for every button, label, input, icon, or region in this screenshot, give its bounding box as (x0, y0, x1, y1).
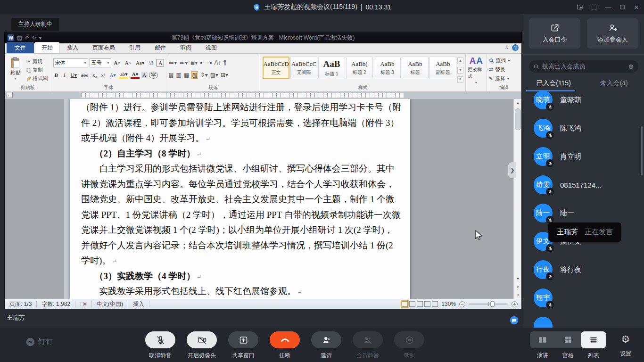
superscript-button[interactable]: x² (100, 72, 107, 78)
style-card-0[interactable]: AaBbCcD正文 (263, 57, 289, 79)
zoom-out-icon[interactable]: − (459, 301, 465, 307)
style-card-6[interactable]: AaBb副标题 (429, 57, 456, 79)
copy-button[interactable]: 复制 (26, 66, 48, 74)
highlight-button[interactable]: ab▾ (119, 71, 129, 79)
speaker-view-icon[interactable] (530, 331, 555, 348)
word-tab-4[interactable]: 引用 (123, 42, 147, 53)
word-tab-3[interactable]: 页面布局 (86, 42, 122, 53)
close-icon[interactable]: ✕ (633, 3, 640, 11)
maximize-icon[interactable] (619, 3, 626, 11)
member-row[interactable]: 飞鸿陈飞鸿 (523, 114, 644, 142)
word-tab-5[interactable]: 邮件 (148, 42, 173, 53)
change-case-button[interactable]: Aa▾ (134, 59, 146, 66)
control-mic-off[interactable]: 取消静音 (140, 331, 181, 360)
change-styles-button[interactable]: AA 更改样式 ▾ (466, 54, 487, 91)
invite-icon[interactable] (311, 331, 341, 348)
member-row[interactable]: 行夜将行夜 (523, 255, 644, 284)
scroll-up-icon[interactable]: ▲ (514, 99, 521, 107)
control-share-window[interactable]: 共享窗口 (223, 331, 264, 360)
word-tab-0[interactable]: 文件 (7, 42, 34, 53)
view-2[interactable]: 列表 (581, 331, 606, 360)
member-row[interactable]: 翔宇 (523, 284, 644, 312)
subscript-button[interactable]: x₂ (91, 72, 98, 78)
zoom-slider[interactable] (469, 304, 508, 304)
pip-icon[interactable] (576, 3, 584, 11)
chat-bubble-icon[interactable] (510, 316, 519, 325)
borders-icon[interactable]: ⊞▾ (221, 72, 228, 78)
add-participant-button[interactable]: 添加参会人 (587, 18, 638, 49)
style-card-4[interactable]: AaBb标题 3 (374, 57, 401, 79)
draft-view-icon[interactable] (432, 301, 438, 307)
view-0[interactable]: 演讲 (530, 331, 555, 360)
sort-icon[interactable]: A↓ (214, 59, 221, 66)
select-button[interactable]: ⇖选择▾ (489, 75, 520, 82)
clear-search-icon[interactable] (628, 64, 634, 70)
format-painter-button[interactable]: 格式刷 (26, 75, 48, 82)
meeting-code-button[interactable]: 入会口令 (529, 18, 580, 49)
word-count[interactable]: 字数: 1,982 (37, 301, 75, 307)
save-icon[interactable]: ▤ (17, 35, 22, 41)
sidebar-collapse-handle[interactable]: ❯ (508, 162, 516, 178)
control-camera-off[interactable]: 开启摄像头 (181, 331, 223, 360)
word-tab-2[interactable]: 插入 (60, 42, 85, 53)
sidebar-scrollbar[interactable] (641, 126, 643, 175)
language-indicator[interactable]: 中文(中国) (92, 301, 128, 307)
control-hang-up[interactable]: 挂断 (264, 331, 305, 360)
word-tab-6[interactable]: 审阅 (173, 42, 198, 53)
member-row[interactable]: 立明肖立明 (523, 142, 644, 171)
zoom-in-icon[interactable]: + (512, 301, 518, 307)
undo-icon[interactable]: ↶ (25, 35, 29, 41)
print-layout-icon[interactable] (402, 301, 408, 307)
word-tab-7[interactable]: 视图 (199, 42, 223, 53)
view-mode-icons[interactable] (402, 301, 438, 307)
fullscreen-icon[interactable] (590, 3, 598, 11)
line-spacing-icon[interactable]: ⇕▾ (200, 72, 208, 78)
minimize-icon[interactable]: — (604, 3, 612, 11)
next-page-icon[interactable]: ›› (514, 291, 521, 299)
style-card-1[interactable]: AaBbCcC无间隔 (290, 57, 317, 79)
word-scrollbar[interactable]: ▲ ▼ ‹‹ ›› (513, 99, 521, 299)
font-size-combo[interactable]: 五号▾ (90, 58, 111, 67)
font-color-button[interactable]: A▾ (131, 71, 140, 79)
scroll-thumb[interactable] (515, 108, 521, 130)
view-1[interactable]: 宫格 (555, 331, 581, 360)
tab-selector[interactable]: ⌐ (7, 92, 13, 98)
qat-dropdown-icon[interactable]: ▾ (39, 35, 42, 41)
share-window-icon[interactable] (228, 331, 258, 348)
italic-button[interactable]: I (61, 72, 68, 78)
document-page[interactable]: （附件 1）进行。参训学员需登陆上述网站进行注册，登录后使用学习卡卡号（附件 2… (70, 99, 410, 299)
find-button[interactable]: 查找▾ (489, 57, 520, 64)
align-center-icon[interactable]: ▥ (176, 72, 182, 78)
mic-off-icon[interactable] (145, 331, 175, 348)
phonetic-guide-button[interactable]: 변 (147, 59, 155, 67)
grid-view-icon[interactable] (555, 331, 581, 348)
search-input[interactable]: 搜索已入会成员 (529, 60, 638, 73)
multilevel-icon[interactable]: ≣▾ (190, 59, 198, 66)
settings-button[interactable]: ⚙ 设置 (614, 331, 637, 358)
zoom-slider-thumb[interactable] (490, 301, 495, 307)
web-layout-icon[interactable] (417, 301, 423, 307)
bullets-icon[interactable]: ≔▾ (168, 59, 177, 66)
style-card-2[interactable]: AaB标题 1 (318, 57, 345, 79)
zoom-level[interactable]: 130% (441, 301, 456, 307)
ribbon-collapse-icon[interactable]: ˄ (505, 45, 508, 50)
member-row[interactable]: 晓萌童晓萌 (523, 86, 644, 114)
member-row[interactable]: 婧雯081517124... (523, 171, 644, 199)
bold-button[interactable]: B (53, 72, 60, 78)
horizontal-ruler[interactable]: ⌐ (5, 91, 521, 99)
page-indicator[interactable]: 页面: 1/3 (5, 301, 37, 307)
insert-mode-indicator[interactable]: 插入 (128, 301, 149, 307)
increase-indent-icon[interactable]: ⇥ (207, 59, 212, 66)
help-icon[interactable]: ? (512, 44, 519, 51)
document-area[interactable]: （附件 1）进行。参训学员需登陆上述网站进行注册，登录后使用学习卡卡号（附件 2… (5, 99, 521, 299)
control-invite[interactable]: 邀请 (305, 331, 347, 360)
strikethrough-button[interactable]: abc (80, 72, 90, 78)
hang-up-icon[interactable] (270, 331, 300, 348)
paste-button[interactable]: 粘贴 ▾ (7, 57, 25, 85)
style-card-3[interactable]: AaBb(标题 2 (346, 57, 373, 79)
grow-font-button[interactable]: A˄ (113, 59, 122, 66)
decrease-indent-icon[interactable]: ⇤ (200, 59, 205, 66)
list-view-icon[interactable] (581, 331, 606, 348)
outline-view-icon[interactable] (424, 301, 430, 307)
style-gallery-scroll[interactable]: ▲▼≡ (457, 56, 463, 85)
